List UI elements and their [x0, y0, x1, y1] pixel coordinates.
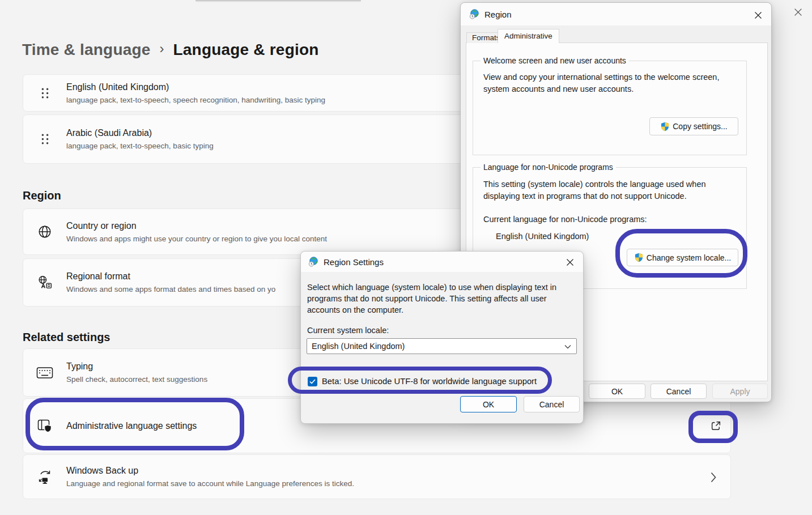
- groupbox-text: View and copy your international setting…: [483, 73, 719, 82]
- annotation-circle-administrative-settings: [25, 398, 244, 450]
- groupbox-legend: Language for non-Unicode programs: [481, 163, 616, 172]
- annotation-circle-utf8-checkbox: [288, 367, 552, 394]
- dialog-body-text: programs that do not support Unicode. Th…: [307, 294, 547, 303]
- tab-administrative[interactable]: Administrative: [498, 29, 559, 43]
- dialog-body-text: accounts on the computer.: [307, 305, 403, 314]
- section-header-related-settings: Related settings: [23, 331, 110, 344]
- ok-button[interactable]: OK: [589, 384, 645, 399]
- sync-device-icon: [23, 469, 66, 484]
- button-label: Copy settings...: [673, 122, 728, 131]
- row-text: Country or region Windows and apps might…: [66, 221, 327, 243]
- chevron-down-icon: [564, 344, 571, 349]
- close-icon: [794, 8, 802, 16]
- row-subtitle: Windows and some apps format dates and t…: [66, 285, 275, 293]
- row-text: Typing Spell check, autocorrect, text su…: [66, 361, 207, 384]
- close-icon: [566, 258, 574, 266]
- groupbox-text: This setting (system locale) controls th…: [483, 180, 706, 189]
- breadcrumb-parent[interactable]: Time & language: [22, 41, 151, 59]
- globe-icon: [23, 224, 66, 239]
- current-system-locale-label: Current system locale:: [307, 326, 389, 335]
- row-text: Regional format Windows and some apps fo…: [66, 271, 275, 293]
- row-title: Windows Back up: [66, 466, 354, 476]
- ok-button[interactable]: OK: [460, 396, 517, 412]
- settings-window: Time & language › Language & region Engl…: [0, 0, 812, 515]
- dialog-title: Region: [484, 10, 512, 19]
- settings-close-button[interactable]: [791, 5, 805, 19]
- uac-shield-icon: [660, 122, 670, 131]
- region-settings-close-button[interactable]: [565, 257, 575, 267]
- annotation-circle-change-system-locale: [615, 229, 747, 278]
- language-title: Arabic (Saudi Arabia): [66, 128, 214, 138]
- region-settings-dialog: Region Settings Select which language (s…: [300, 251, 584, 424]
- language-row-text: Arabic (Saudi Arabia) language pack, tex…: [66, 128, 214, 150]
- section-header-region: Region: [23, 189, 61, 202]
- apply-button[interactable]: Apply: [712, 384, 768, 399]
- dialog-title: Region Settings: [324, 257, 384, 267]
- row-subtitle: Language and regional format save to acc…: [66, 479, 354, 488]
- row-subtitle: Spell check, autocorrect, text suggestio…: [66, 375, 207, 384]
- groupbox-text: system accounts and new user accounts.: [483, 84, 634, 93]
- region-dialog-titlebar: Region: [461, 3, 771, 25]
- globe-translate-icon: [23, 275, 66, 290]
- language-row-text: English (United Kingdom) language pack, …: [66, 82, 325, 104]
- row-subtitle: Windows and apps might use your country …: [66, 235, 327, 243]
- dropdown-selected-value: English (United Kingdom): [312, 342, 405, 351]
- keyboard-icon: [23, 367, 66, 379]
- region-app-icon: [469, 9, 479, 19]
- page-title: Language & region: [173, 41, 319, 59]
- row-windows-back-up[interactable]: Windows Back up Language and regional fo…: [23, 454, 731, 499]
- window-top-shadow: [195, 0, 361, 2]
- language-subtitle: language pack, text-to-speech, speech re…: [66, 96, 325, 104]
- row-title: Regional format: [66, 271, 275, 282]
- groupbox-text: displaying text in programs that do not …: [483, 191, 687, 201]
- region-app-icon: [308, 257, 318, 267]
- row-text: Windows Back up Language and regional fo…: [66, 466, 354, 488]
- current-language-label: Current language for non-Unicode program…: [483, 215, 647, 224]
- drag-handle-icon[interactable]: [23, 134, 66, 144]
- close-icon: [754, 11, 762, 19]
- annotation-circle-external-link: [688, 411, 738, 443]
- dialog-body-text: Select which language (system locale) to…: [307, 283, 556, 292]
- breadcrumb: Time & language › Language & region: [22, 41, 319, 59]
- system-locale-dropdown[interactable]: English (United Kingdom): [307, 338, 577, 354]
- cancel-button[interactable]: Cancel: [524, 396, 580, 412]
- row-title: Typing: [66, 361, 207, 372]
- language-title: English (United Kingdom): [66, 82, 325, 92]
- copy-settings-button[interactable]: Copy settings...: [649, 117, 738, 135]
- region-settings-titlebar: Region Settings: [301, 252, 583, 272]
- region-dialog-close-button[interactable]: [753, 10, 763, 20]
- cancel-button[interactable]: Cancel: [651, 384, 707, 399]
- drag-handle-icon[interactable]: [23, 88, 66, 99]
- chevron-right-icon: [711, 472, 716, 483]
- current-language-value: English (United Kingdom): [496, 232, 589, 241]
- row-title: Country or region: [66, 221, 327, 231]
- welcome-screen-groupbox: Welcome screen and new user accounts Vie…: [473, 61, 747, 155]
- language-subtitle: language pack, text-to-speech, basic typ…: [66, 142, 214, 150]
- groupbox-legend: Welcome screen and new user accounts: [481, 56, 629, 65]
- breadcrumb-separator-icon: ›: [160, 41, 164, 57]
